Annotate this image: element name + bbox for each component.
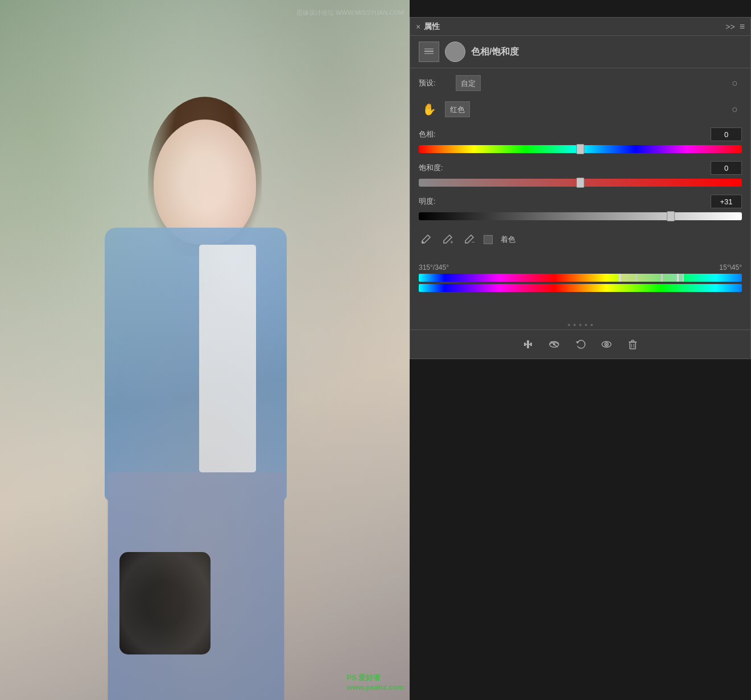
eyedropper-plus-icon[interactable]: + xyxy=(440,233,454,246)
close-button[interactable]: × xyxy=(416,22,420,31)
watermark-line2: www.psahz.com xyxy=(346,683,404,691)
svg-point-21 xyxy=(606,344,608,345)
sat-slider-thumb[interactable] xyxy=(576,178,584,188)
hue-value[interactable]: 0 xyxy=(711,127,742,141)
eyedropper-icon[interactable] xyxy=(419,233,432,246)
svg-rect-24 xyxy=(632,340,634,342)
preset-label: 预设: xyxy=(419,78,450,88)
lightness-section: 明度: +31 xyxy=(419,195,742,220)
svg-text:−: − xyxy=(472,239,474,245)
svg-rect-13 xyxy=(530,343,532,346)
view-icon xyxy=(600,338,613,351)
bottom-spectrum-bar xyxy=(419,284,742,292)
panel-title: 属性 xyxy=(424,22,440,32)
range-handle-left-outer[interactable] xyxy=(619,274,621,282)
properties-panel: × 属性 >> ≡ 色相/饱和度 xyxy=(410,17,751,359)
dropper-svg xyxy=(420,234,431,245)
panel-sublabel: 色相/饱和度 xyxy=(471,46,742,58)
svg-point-9 xyxy=(585,324,587,326)
svg-rect-2 xyxy=(424,53,434,54)
svg-point-7 xyxy=(573,324,576,326)
svg-marker-18 xyxy=(576,341,579,344)
light-header: 明度: +31 xyxy=(419,195,742,208)
face xyxy=(154,120,256,245)
hue-slider-thumb[interactable] xyxy=(576,144,584,154)
svg-point-3 xyxy=(422,241,424,244)
colorize-checkbox[interactable] xyxy=(484,235,493,244)
eyedropper-row: + − 着色 xyxy=(419,228,742,251)
hue-section: 色相: 0 xyxy=(419,127,742,153)
svg-rect-1 xyxy=(424,48,434,50)
delete-button[interactable] xyxy=(624,336,641,353)
colorize-label: 着色 xyxy=(501,234,515,245)
saturation-section: 饱和度: 0 xyxy=(419,161,742,187)
undo-icon xyxy=(574,338,587,351)
collapse-button[interactable]: >> xyxy=(725,22,735,31)
undo-button[interactable] xyxy=(572,336,589,353)
bottom-toolbar xyxy=(410,330,750,359)
color-range-section: 315°/345° 15°\45° xyxy=(419,259,742,297)
svg-point-8 xyxy=(579,324,581,326)
range-handle-right-inner[interactable] xyxy=(661,274,663,282)
grip-dots-svg xyxy=(563,323,597,327)
range-handle-left-inner[interactable] xyxy=(636,274,637,282)
watermark-line1: PS 爱好者 xyxy=(346,673,404,683)
layer-icon-box[interactable] xyxy=(419,42,439,62)
range-handle-right-outer[interactable] xyxy=(677,274,679,282)
top-spectrum-bar[interactable] xyxy=(419,274,742,282)
range-markers-area xyxy=(419,274,742,282)
anchor-button[interactable] xyxy=(519,336,537,353)
light-value[interactable]: +31 xyxy=(711,195,742,208)
color-range-numbers: 315°/345° 15°\45° xyxy=(419,263,742,271)
layer-mask-circle[interactable] xyxy=(445,42,465,62)
person-figure xyxy=(63,74,347,700)
channel-row: ✋ 红色 xyxy=(419,99,742,120)
layers-icon xyxy=(423,46,435,57)
trash-icon xyxy=(626,338,639,351)
light-label: 明度: xyxy=(419,196,436,207)
channel-select[interactable]: 红色 xyxy=(445,101,470,117)
svg-point-10 xyxy=(591,324,593,326)
hand-tool-icon[interactable]: ✋ xyxy=(419,99,439,120)
dropper-plus-svg: + xyxy=(441,234,453,245)
shirt xyxy=(105,228,287,501)
svg-text:+: + xyxy=(450,239,453,245)
hue-header: 色相: 0 xyxy=(419,127,742,141)
svg-rect-12 xyxy=(524,343,526,346)
hue-label: 色相: xyxy=(419,129,436,139)
eye-closed-icon xyxy=(548,338,560,351)
sat-slider-track[interactable] xyxy=(419,179,742,187)
eyedropper-minus-icon[interactable]: − xyxy=(462,233,476,246)
eye-button[interactable] xyxy=(598,336,615,353)
svg-rect-22 xyxy=(630,342,636,349)
dark-bottom-area xyxy=(410,359,751,700)
menu-button[interactable]: ≡ xyxy=(740,22,745,32)
dropper-minus-svg: − xyxy=(463,234,474,245)
sat-header: 饱和度: 0 xyxy=(419,161,742,175)
channel-select-wrapper: 红色 xyxy=(445,101,742,117)
range-highlight xyxy=(619,274,684,282)
sat-value[interactable]: 0 xyxy=(711,161,742,175)
controls-area: 预设: 自定 ✋ 红色 色相: xyxy=(410,68,750,320)
inner-shirt xyxy=(199,245,256,472)
top-dark-bar xyxy=(410,0,751,17)
watermark-top: 思缘设计论坛 WWW.MISSYUAN.COM xyxy=(296,9,404,17)
panel-header: × 属性 >> ≡ xyxy=(410,18,750,36)
svg-rect-0 xyxy=(424,51,434,52)
preset-row: 预设: 自定 xyxy=(419,75,742,91)
light-slider-thumb[interactable] xyxy=(667,211,675,221)
svg-point-6 xyxy=(568,324,570,326)
visibility-button[interactable] xyxy=(546,336,563,353)
preset-select[interactable]: 自定 xyxy=(456,75,481,91)
hue-slider-track[interactable] xyxy=(419,145,742,153)
resize-grip[interactable] xyxy=(410,320,750,330)
range-left-value: 315°/345° xyxy=(419,263,449,271)
bag xyxy=(119,552,211,654)
panel-header-left: × 属性 xyxy=(416,22,440,32)
anchor-icon xyxy=(522,338,534,351)
range-right-value: 15°\45° xyxy=(719,263,742,271)
sat-label: 饱和度: xyxy=(419,163,443,173)
watermark-bottom: PS 爱好者 www.psahz.com xyxy=(346,673,404,691)
right-panel: × 属性 >> ≡ 色相/饱和度 xyxy=(410,0,751,700)
light-slider-track[interactable] xyxy=(419,212,742,220)
